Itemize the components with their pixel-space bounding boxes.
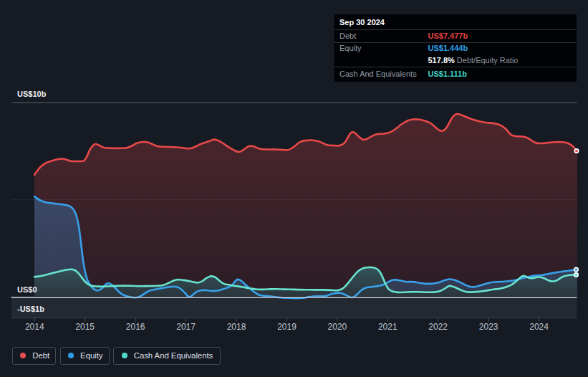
svg-text:2020: 2020 xyxy=(328,322,347,332)
svg-text:2016: 2016 xyxy=(126,322,145,332)
svg-text:2019: 2019 xyxy=(277,322,297,332)
svg-text:US$0: US$0 xyxy=(17,285,37,294)
svg-text:-US$1b: -US$1b xyxy=(17,305,44,313)
svg-text:2024: 2024 xyxy=(529,322,549,332)
svg-text:2018: 2018 xyxy=(227,322,246,332)
svg-text:US$10b: US$10b xyxy=(17,90,47,98)
svg-text:2015: 2015 xyxy=(75,322,95,332)
svg-text:2014: 2014 xyxy=(25,322,44,332)
svg-text:2022: 2022 xyxy=(428,322,448,332)
svg-text:2023: 2023 xyxy=(479,322,498,332)
svg-text:2017: 2017 xyxy=(176,322,196,332)
svg-text:2021: 2021 xyxy=(378,322,397,332)
